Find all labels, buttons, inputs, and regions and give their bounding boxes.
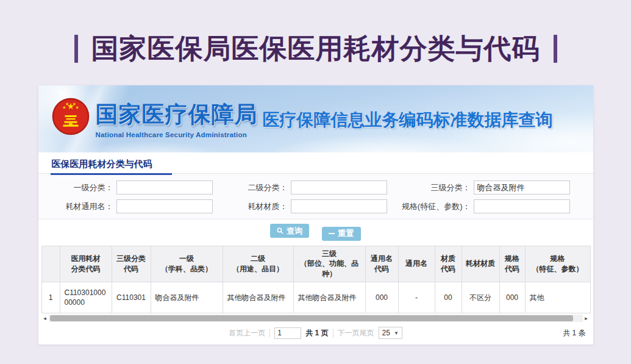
level2-category-label: 二级分类：	[248, 182, 288, 193]
org-name-en: National Healthcare Security Administrat…	[96, 131, 258, 138]
national-emblem-icon	[52, 98, 90, 135]
org-name-block: 国家医疗保障局 National Healthcare Security Adm…	[96, 99, 258, 138]
cell-level2: 其他吻合器及附件	[223, 282, 293, 313]
col-material-code: 材质 代码	[435, 246, 462, 282]
cell-level1: 吻合器及附件	[151, 282, 223, 313]
form-button-row: 查询 重置	[38, 219, 593, 246]
level1-category-label: 一级分类：	[74, 182, 113, 193]
cell-consumable-code: C11030100000000	[60, 282, 112, 313]
org-name-cn: 国家医疗保障局	[96, 99, 258, 130]
title-decorative-bar-left	[74, 35, 78, 63]
minus-icon	[329, 233, 335, 234]
title-decorative-bar-right	[554, 35, 557, 63]
col-level2: 二级 （用途、品目）	[223, 246, 293, 282]
chevron-down-icon: ▼	[394, 330, 399, 336]
field-level3-category: 三级分类：	[391, 180, 570, 194]
cell-material-code: 00	[435, 282, 462, 313]
material-input[interactable]	[291, 199, 387, 213]
col-common-name: 通用名	[398, 246, 435, 282]
cell-spec-code: 000	[499, 282, 525, 313]
tab-consumable-classification[interactable]: 医保医用耗材分类与代码	[51, 152, 172, 175]
cell-level3-code: C110301	[112, 282, 151, 313]
level1-category-input[interactable]	[116, 180, 213, 194]
field-material: 耗材材质：	[216, 199, 387, 213]
col-level3-code: 三级分类 代码	[112, 246, 151, 282]
table-row[interactable]: 1 C11030100000000 C110301 吻合器及附件 其他吻合器及附…	[41, 282, 590, 313]
level3-category-input[interactable]	[474, 180, 570, 194]
results-table-zone: 医用耗材 分类代码 三级分类 代码 一级 （学科、品类） 二级 （用途、品目） …	[41, 246, 590, 314]
specification-label: 规格(特征、参数)：	[402, 201, 471, 212]
col-level3: 三级 （部位、功能、品种）	[293, 246, 365, 282]
search-form: 一级分类： 二级分类： 三级分类： 耗材通用名： 耗材材质：	[38, 174, 593, 219]
material-label: 耗材材质：	[248, 201, 288, 212]
page-title-block: 国家医保局医保医用耗材分类与代码	[0, 0, 631, 67]
page-title: 国家医保局医保医用耗材分类与代码	[91, 30, 540, 67]
cell-common-name-code: 000	[365, 282, 398, 313]
common-name-input[interactable]	[116, 199, 213, 213]
query-button-label: 查询	[287, 226, 302, 237]
scrollbar-track[interactable]	[49, 315, 583, 322]
cell-row-number: 1	[41, 282, 60, 313]
page-size-select[interactable]: 25 ▼	[379, 327, 402, 339]
reset-button-label: 重置	[338, 228, 354, 239]
query-button[interactable]: 查询	[270, 224, 309, 238]
col-spec: 规格 （特征、参数）	[525, 246, 590, 282]
col-material: 耗材材质	[462, 246, 499, 282]
total-records-label: 共 1 条	[563, 328, 585, 338]
field-common-name: 耗材通用名：	[42, 199, 213, 213]
results-table: 医用耗材 分类代码 三级分类 代码 一级 （学科、品类） 二级 （用途、品目） …	[41, 246, 591, 314]
total-pages-label: 共 1 页	[305, 328, 328, 338]
horizontal-scrollbar: ◂ ▸	[41, 314, 590, 323]
first-page-link[interactable]: 首页	[229, 328, 243, 338]
main-panel: 国家医疗保障局 National Healthcare Security Adm…	[38, 85, 593, 344]
field-level1-category: 一级分类：	[42, 180, 213, 194]
last-page-link[interactable]: 尾页	[360, 328, 374, 338]
cell-material: 不区分	[462, 282, 499, 313]
page-number-input[interactable]	[274, 327, 301, 339]
page-size-value: 25	[382, 329, 390, 337]
scroll-right-icon[interactable]: ▸	[583, 315, 590, 322]
table-header-row: 医用耗材 分类代码 三级分类 代码 一级 （学科、品类） 二级 （用途、品目） …	[41, 246, 590, 282]
common-name-label: 耗材通用名：	[66, 201, 113, 212]
tab-bar: 医保医用耗材分类与代码	[38, 152, 593, 174]
col-level1: 一级 （学科、品类）	[151, 246, 223, 282]
col-spec-code: 规格 代码	[499, 246, 525, 282]
col-consumable-code: 医用耗材 分类代码	[60, 246, 112, 282]
cell-spec: 其他	[525, 282, 590, 313]
level2-category-input[interactable]	[291, 180, 387, 194]
search-icon	[277, 227, 283, 234]
specification-input[interactable]	[474, 199, 570, 213]
field-level2-category: 二级分类：	[216, 180, 387, 194]
system-title: 医疗保障信息业务编码标准数据库查询	[263, 109, 553, 132]
scrollbar-thumb[interactable]	[50, 315, 573, 321]
page: 国家医保局医保医用耗材分类与代码	[0, 0, 631, 344]
cell-common-name: -	[398, 282, 435, 313]
cell-level3: 其他吻合器及附件	[293, 282, 365, 313]
pagination-divider	[333, 329, 333, 338]
pagination-bar: 首页 上一页 共 1 页 下一页 尾页 25 ▼ 共 1 条	[38, 323, 593, 344]
pagination-divider	[269, 329, 270, 338]
col-row-number	[41, 246, 60, 282]
reset-button[interactable]: 重置	[322, 227, 361, 241]
prev-page-link[interactable]: 上一页	[243, 328, 265, 338]
field-specification: 规格(特征、参数)：	[391, 199, 570, 213]
col-common-name-code: 通用名 代码	[365, 246, 398, 282]
site-header-banner: 国家医疗保障局 National Healthcare Security Adm…	[38, 85, 593, 152]
level3-category-label: 三级分类：	[431, 182, 471, 193]
next-page-link[interactable]: 下一页	[338, 328, 360, 338]
scroll-left-icon[interactable]: ◂	[41, 315, 49, 322]
